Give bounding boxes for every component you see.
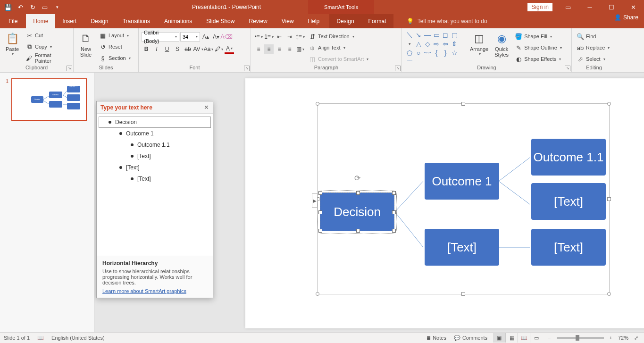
- change-case-button[interactable]: Aa▾: [204, 44, 213, 54]
- tell-me[interactable]: 💡 Tell me what you want to do: [393, 14, 487, 28]
- thumbnail-preview[interactable]: Decision Outcome 1 Outcome 1.1: [11, 78, 87, 121]
- shape-arrow-icon[interactable]: ↘: [414, 31, 423, 39]
- align-right-button[interactable]: ≡: [275, 44, 284, 54]
- shape-larrow-icon[interactable]: ⇦: [441, 40, 450, 48]
- tab-slideshow[interactable]: Slide Show: [199, 14, 242, 28]
- status-slide[interactable]: Slide 1 of 1: [4, 335, 30, 341]
- align-center-button[interactable]: ≡: [264, 44, 274, 54]
- copy-button[interactable]: ⧉Copy▾: [24, 42, 70, 52]
- smartart-frame[interactable]: ▶ Decision ⟳: [317, 103, 610, 294]
- zoom-slider[interactable]: [557, 337, 604, 339]
- share-button[interactable]: 👤 Share: [614, 14, 638, 21]
- smartart-node-a[interactable]: Outcome 1: [425, 163, 499, 200]
- section-button[interactable]: §Section▾: [97, 53, 133, 63]
- shape-square-icon[interactable]: ◻: [441, 31, 450, 39]
- shape-gallery-more-icon[interactable]: ▾: [405, 40, 414, 48]
- sign-in-button[interactable]: Sign in: [527, 3, 552, 11]
- view-sorter-icon[interactable]: ▦: [505, 333, 518, 343]
- comments-button[interactable]: 💬Comments: [452, 333, 489, 343]
- tab-smartart-design[interactable]: Design: [329, 14, 361, 28]
- view-normal-icon[interactable]: ▣: [493, 333, 505, 343]
- shape-outline-button[interactable]: ✎Shape Outline▾: [513, 42, 564, 53]
- ribbon-options-icon[interactable]: ▭: [557, 0, 579, 14]
- bold-button[interactable]: B: [142, 44, 151, 54]
- shape-rect-icon[interactable]: ▭: [432, 31, 441, 39]
- qat-dropdown-icon[interactable]: ▾: [52, 2, 62, 12]
- close-icon[interactable]: ✕: [622, 0, 644, 14]
- shape-brace1-icon[interactable]: {: [432, 49, 441, 57]
- shape-handle-ne[interactable]: [392, 191, 396, 195]
- zoom-out-button[interactable]: −: [546, 333, 552, 343]
- highlight-button[interactable]: 🖍▾: [214, 44, 224, 54]
- shape-circle-icon[interactable]: ○: [414, 49, 423, 57]
- shape-roundrect-icon[interactable]: ▢: [450, 31, 459, 39]
- text-pane-close-icon[interactable]: ✕: [204, 104, 209, 111]
- resize-handle-nw[interactable]: [316, 102, 319, 106]
- italic-button[interactable]: I: [152, 44, 161, 54]
- smartart-node-b1[interactable]: [Text]: [531, 229, 606, 266]
- start-from-beginning-icon[interactable]: ▭: [40, 2, 50, 12]
- text-pane-toggle-icon[interactable]: ▶: [312, 193, 318, 208]
- font-color-button[interactable]: A▾: [225, 44, 234, 54]
- status-language[interactable]: English (United States): [51, 335, 105, 341]
- text-pane-footer-link[interactable]: Learn more about SmartArt graphics: [102, 288, 207, 294]
- font-name-select[interactable]: Calibri (Body)▾: [142, 32, 179, 42]
- strikethrough-button[interactable]: ab: [183, 44, 192, 54]
- text-pane-item[interactable]: Outcome 1.1: [99, 139, 211, 151]
- tab-transitions[interactable]: Transitions: [116, 14, 157, 28]
- smartart-node-root[interactable]: Decision ⟳: [320, 192, 394, 231]
- shapes-gallery[interactable]: ＼ ↘ — ▭ ◻ ▢ ▾ △ ◇ ⇨ ⇦ ⇕ ⬠ ○ 〰 { } ☆ ◳: [405, 30, 466, 60]
- resize-handle-ne[interactable]: [607, 102, 611, 106]
- resize-handle-se[interactable]: [607, 292, 611, 296]
- resize-handle-sw[interactable]: [316, 292, 319, 296]
- decrease-indent-button[interactable]: ⇤: [275, 32, 284, 42]
- redo-icon[interactable]: ↻: [27, 2, 38, 12]
- format-painter-button[interactable]: 🖌Format Painter: [24, 53, 70, 63]
- text-pane-list[interactable]: Decision Outcome 1 Outcome 1.1 [Text] [T…: [97, 114, 213, 256]
- text-pane-item[interactable]: [Text]: [99, 151, 211, 162]
- text-pane-item[interactable]: Decision: [99, 117, 211, 128]
- fit-to-window-icon[interactable]: ⤢: [632, 333, 640, 343]
- shape-diamond-icon[interactable]: ◇: [423, 40, 432, 48]
- tab-smartart-format[interactable]: Format: [361, 14, 393, 28]
- layout-button[interactable]: ▦Layout▾: [97, 30, 133, 41]
- shape-curve-icon[interactable]: 〰: [423, 49, 432, 57]
- shape-callout-icon[interactable]: ◳: [405, 58, 414, 60]
- slide-canvas[interactable]: ▶ Decision ⟳: [245, 78, 644, 328]
- shape-line2-icon[interactable]: —: [423, 31, 432, 39]
- bullets-button[interactable]: •≡▾: [254, 32, 263, 42]
- resize-handle-n[interactable]: [461, 102, 465, 106]
- shape-line-icon[interactable]: ＼: [405, 31, 414, 39]
- quick-styles-button[interactable]: ◉ Quick Styles: [492, 30, 511, 65]
- shape-handle-e[interactable]: [392, 210, 396, 214]
- slide-thumbnails-pane[interactable]: 1 Decision Outcome 1 Outcome 1.1: [0, 73, 94, 332]
- find-button[interactable]: 🔍Find: [575, 31, 611, 42]
- smartart-node-a1[interactable]: Outcome 1.1: [531, 139, 606, 176]
- shape-effects-button[interactable]: ◐Shape Effects▾: [513, 54, 564, 64]
- accessibility-icon[interactable]: 📖: [37, 335, 44, 341]
- shape-handle-w[interactable]: [318, 210, 322, 214]
- zoom-in-button[interactable]: +: [608, 333, 614, 343]
- tab-view[interactable]: View: [275, 14, 301, 28]
- underline-button[interactable]: U: [162, 44, 172, 54]
- maximize-icon[interactable]: ☐: [601, 0, 622, 14]
- shape-brace2-icon[interactable]: }: [441, 49, 450, 57]
- new-slide-button[interactable]: 🗋 New Slide: [76, 30, 95, 65]
- canvas-area[interactable]: Type your text here ✕ Decision Outcome 1…: [94, 73, 644, 332]
- resize-handle-s[interactable]: [461, 292, 465, 296]
- shape-rarrow-icon[interactable]: ⇨: [432, 40, 441, 48]
- arrange-button[interactable]: ◫ Arrange ▾: [468, 30, 490, 65]
- zoom-slider-thumb[interactable]: [576, 335, 579, 341]
- text-pane-item[interactable]: [Text]: [99, 173, 211, 184]
- grow-font-button[interactable]: A▴: [201, 32, 210, 42]
- launcher-drawing[interactable]: ↘: [565, 66, 570, 71]
- smartart-node-a2[interactable]: [Text]: [531, 183, 606, 220]
- smartart-text-pane[interactable]: Type your text here ✕ Decision Outcome 1…: [96, 101, 213, 298]
- shrink-font-button[interactable]: A▾: [211, 32, 221, 42]
- numbering-button[interactable]: 1≡▾: [264, 32, 274, 42]
- shape-handle-s[interactable]: [356, 229, 360, 233]
- shape-triangle-icon[interactable]: △: [414, 40, 423, 48]
- save-icon[interactable]: 💾: [3, 2, 13, 12]
- tab-review[interactable]: Review: [242, 14, 274, 28]
- shape-handle-n[interactable]: [356, 191, 360, 195]
